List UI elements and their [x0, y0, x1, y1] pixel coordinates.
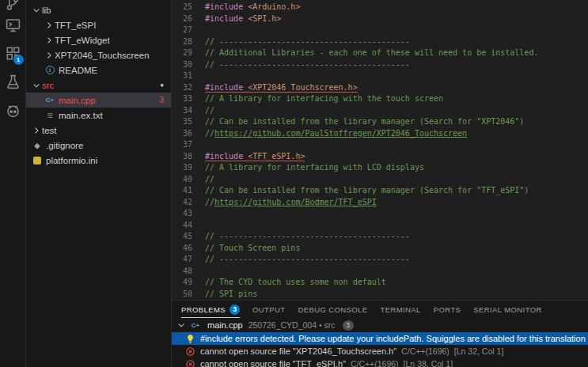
line-content: //https://github.com/Bodmer/TFT_eSPI: [192, 197, 377, 209]
code-line-43[interactable]: 43: [172, 208, 588, 220]
explorer-item-tft-ewidget[interactable]: TFT_eWidget: [26, 32, 171, 47]
line-number: 34: [172, 105, 192, 117]
tab-label: TERMINAL: [381, 305, 421, 314]
code-token: //: [205, 129, 214, 138]
explorer-item--gitignore[interactable]: ◆.gitignore: [26, 138, 171, 153]
chevron-right-icon: [31, 126, 42, 135]
comment-link[interactable]: https://github.com/PaulStoffregen/XPT204…: [214, 129, 467, 138]
line-number: 50: [172, 289, 192, 301]
cpp-file-icon: C+: [189, 320, 202, 331]
code-line-32[interactable]: 32#include <XPT2046_Touchscreen.h>: [172, 82, 588, 94]
code-editor[interactable]: 25#include <Arduino.h>26#include <SPI.h>…: [172, 0, 588, 300]
item-label: lib: [42, 6, 51, 15]
code-line-50[interactable]: 50// SPI pins: [172, 289, 588, 301]
code-line-45[interactable]: 45// -----------------------------------…: [172, 231, 588, 243]
problem-count-badge: 3: [159, 96, 171, 104]
error-icon: [184, 346, 195, 357]
problems-list: C+main.cpp250726_CYD_004 • src3#include …: [172, 318, 588, 367]
line-content: // The CYD touch uses some non default: [192, 277, 386, 289]
explorer-item-tft-espi[interactable]: TFT_eSPI: [26, 17, 171, 32]
code-line-47[interactable]: 47// -----------------------------------…: [172, 254, 588, 266]
problems-file-group[interactable]: C+main.cpp250726_CYD_004 • src3: [172, 318, 588, 332]
explorer-item-readme[interactable]: iREADME: [26, 62, 171, 78]
line-content: // SPI pins: [192, 289, 257, 301]
code-token: // SPI pins: [205, 289, 257, 298]
code-token: // -------------------------------------…: [205, 232, 410, 240]
panel-tab-output[interactable]: OUTPUT: [252, 301, 285, 318]
line-content: // -------------------------------------…: [192, 254, 410, 266]
chevron-right-icon: [44, 36, 55, 45]
bottom-panel: PROBLEMS3OUTPUTDEBUG CONSOLETERMINALPORT…: [172, 300, 588, 367]
problem-message: cannot open source file "TFT_eSPI.h": [200, 359, 346, 367]
code-line-38[interactable]: 38#include <TFT_eSPI.h>: [172, 151, 588, 163]
line-content: #include <XPT2046_Touchscreen.h>: [192, 82, 358, 94]
chevron-right-icon: [44, 21, 55, 30]
code-line-33[interactable]: 33// A library for interfacing with the …: [172, 93, 588, 105]
code-line-35[interactable]: 35// Can be installed from the library m…: [172, 116, 588, 128]
code-line-27[interactable]: 27: [172, 25, 588, 36]
explorer-item-test[interactable]: test: [26, 123, 171, 138]
explorer-item-lib[interactable]: lib: [26, 2, 171, 17]
explorer-item-platformio-ini[interactable]: platformio.ini: [26, 153, 171, 168]
code-line-37[interactable]: 37: [172, 139, 588, 151]
code-line-39[interactable]: 39// A library for interfacing with LCD …: [172, 162, 588, 174]
activity-extensions-icon[interactable]: 1: [0, 39, 26, 67]
panel-tab-bar: PROBLEMS3OUTPUTDEBUG CONSOLETERMINALPORT…: [172, 301, 588, 318]
line-number: 44: [172, 220, 192, 232]
activity-platformio-icon[interactable]: [0, 96, 26, 124]
code-line-44[interactable]: 44: [172, 220, 588, 232]
explorer-item-src[interactable]: src●: [26, 78, 171, 93]
activity-source-control-icon[interactable]: [0, 0, 26, 10]
line-number: 28: [172, 36, 192, 48]
code-line-30[interactable]: 30// -----------------------------------…: [172, 59, 588, 71]
line-number: 41: [172, 185, 192, 197]
problem-row-error[interactable]: cannot open source file "TFT_eSPI.h"C/C+…: [172, 358, 588, 367]
line-number: 39: [172, 162, 192, 174]
code-line-29[interactable]: 29// Additional Libraries - each one of …: [172, 47, 588, 59]
line-number: 29: [172, 47, 192, 59]
problem-location: [Ln 32, Col 1]: [454, 346, 503, 356]
code-line-25[interactable]: 25#include <Arduino.h>: [172, 2, 588, 13]
problem-message: #include errors detected. Please update …: [200, 334, 588, 343]
code-token: // Can be installed from the library man…: [205, 117, 524, 126]
code-line-46[interactable]: 46// Touch Screen pins: [172, 243, 588, 255]
line-number: 35: [172, 116, 192, 128]
tab-label: SERIAL MONITOR: [473, 305, 541, 314]
line-content: [192, 70, 205, 82]
code-line-48[interactable]: 48: [172, 266, 588, 278]
error-icon: [184, 358, 195, 367]
problem-row-error[interactable]: cannot open source file "XPT2046_Touchsc…: [172, 345, 588, 358]
explorer-item-main-ex-txt[interactable]: ≡main.ex.txt: [26, 108, 171, 123]
code-line-34[interactable]: 34//: [172, 105, 588, 117]
code-line-49[interactable]: 49// The CYD touch uses some non default: [172, 277, 588, 289]
code-line-41[interactable]: 41// Can be installed from the library m…: [172, 185, 588, 197]
panel-tab-debug-console[interactable]: DEBUG CONSOLE: [298, 301, 367, 318]
code-line-26[interactable]: 26#include <SPI.h>: [172, 13, 588, 25]
code-token: #include: [205, 2, 248, 11]
activity-test-beaker-icon[interactable]: [0, 67, 26, 96]
code-line-28[interactable]: 28// -----------------------------------…: [172, 36, 588, 48]
panel-tab-problems[interactable]: PROBLEMS3: [181, 301, 240, 318]
activity-badge: 1: [13, 55, 24, 65]
activity-remote-explorer-icon[interactable]: [0, 10, 26, 39]
item-label: test: [42, 126, 57, 135]
comment-link[interactable]: https://github.com/Bodmer/TFT_eSPI: [214, 198, 377, 206]
code-token: #include: [205, 83, 248, 93]
panel-tab-serial-monitor[interactable]: SERIAL MONITOR: [473, 301, 541, 318]
editor-column: 25#include <Arduino.h>26#include <SPI.h>…: [172, 0, 588, 367]
explorer-item-main-cpp[interactable]: C+main.cpp3: [26, 93, 171, 108]
line-number: 46: [172, 243, 192, 255]
explorer-item-xpt2046-touchscreen[interactable]: XPT2046_Touchscreen: [26, 47, 171, 62]
code-line-42[interactable]: 42//https://github.com/Bodmer/TFT_eSPI: [172, 197, 588, 209]
code-token: // Can be installed from the library man…: [205, 186, 529, 195]
code-token: #include: [205, 152, 248, 161]
problem-row-hint[interactable]: #include errors detected. Please update …: [172, 332, 588, 345]
code-line-31[interactable]: 31: [172, 70, 588, 82]
problems-count-badge: 3: [230, 305, 240, 315]
item-label: main.ex.txt: [59, 111, 103, 120]
panel-tab-ports[interactable]: PORTS: [434, 301, 461, 318]
code-line-36[interactable]: 36//https://github.com/PaulStoffregen/XP…: [172, 128, 588, 140]
code-line-40[interactable]: 40//: [172, 174, 588, 186]
code-token: <XPT2046_Touchscreen.h>: [248, 83, 357, 93]
panel-tab-terminal[interactable]: TERMINAL: [381, 301, 421, 318]
